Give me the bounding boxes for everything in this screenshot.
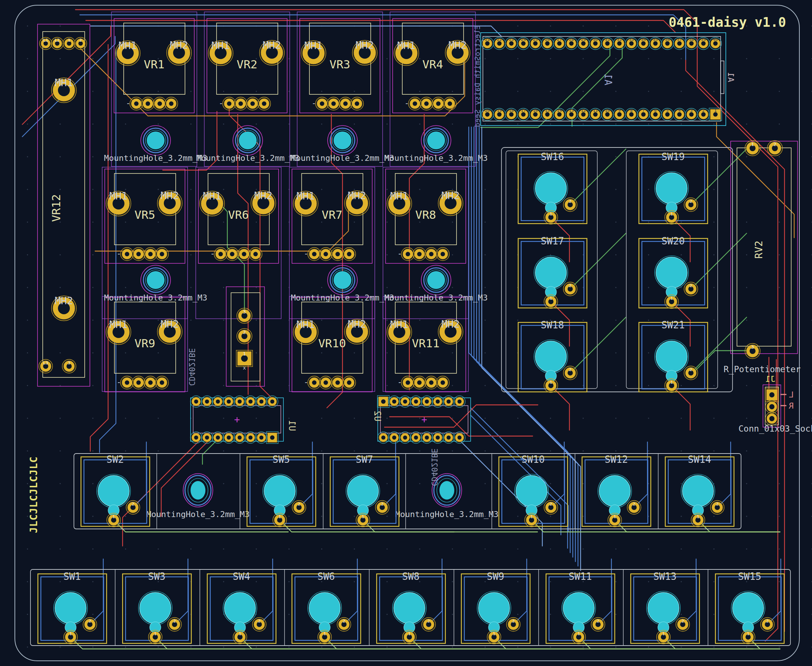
switch-stem-hole[interactable] [563,592,594,624]
pad-number: 14 [557,108,562,113]
mounting-hole[interactable] [427,132,445,149]
pad-hole [227,436,231,440]
pad-hole [227,400,231,404]
switch-stem-hole[interactable] [478,592,510,624]
pad-hole [136,380,141,385]
switch-stem-hole[interactable] [656,173,687,204]
pad-hole [238,436,242,440]
pad-hole [441,252,445,256]
switch-ref-label: SW3 [148,571,166,582]
jlc-order-text: JLCJLCJLCJLC [28,456,40,533]
switch-stem-hole[interactable] [535,341,567,372]
switch-stem-hole[interactable] [516,475,547,507]
pad-number: 2 [79,38,82,43]
mounting-hole[interactable] [334,271,351,289]
switch-ref-label: SW16 [541,151,564,162]
copper-trace [634,442,647,508]
switch-stem-hole[interactable] [733,592,764,624]
pcb-canvas[interactable]: MH1 MH2 VR1 - MH1 MH2 VR2 - MH1 MH2 VR3 … [0,0,812,666]
mh1-label: MH1 [390,319,408,330]
pad-number: 3 [243,309,246,315]
vr-ref-label: VR7 [322,208,343,221]
switch-stem-hole[interactable] [394,592,425,624]
mh2-label: MH2 [441,190,460,201]
pad-hole [320,101,324,106]
mounting-hole[interactable] [147,132,165,149]
pad-number: 13 [569,108,574,113]
pad-number: 2 [766,619,769,624]
mounting-hole-label: MountingHole_3.2mm_M3 [291,153,394,163]
switch-stem-hole[interactable] [656,341,687,372]
mounting-hole[interactable] [239,132,257,149]
pad-hole [160,380,164,385]
pad-number: 1 [662,631,665,636]
switch-stem-hole[interactable] [98,475,129,507]
switch-ref-label: SW18 [541,320,564,331]
pad-hole [158,101,162,106]
pad-hole [262,101,266,106]
vr-ref-label: VR1 [144,58,165,71]
switch-stem-hole[interactable] [140,592,171,624]
minus-mark: - [304,378,308,387]
vr-ref-label: VR2 [237,58,257,71]
switch-ref-label: SW15 [738,571,761,582]
switch-stem-hole[interactable] [309,592,340,624]
vr-ref-label: VR3 [329,58,350,71]
minus-mark: - [117,249,121,258]
pad-hole [446,400,451,404]
pad-hole [335,380,340,385]
switch-stem-hole[interactable] [599,475,630,507]
switch-stem-hole[interactable] [264,475,295,507]
switch-stem-hole[interactable] [648,592,679,624]
mounting-hole[interactable] [427,271,445,289]
rv2-ref-label: RV2 [753,241,764,259]
pad-number: 15 [545,108,550,113]
pad-number: 2 [243,330,246,335]
mh1-label: MH1 [397,40,416,51]
pad-number: 2 [633,502,636,507]
mh2-label: MH2 [356,40,374,51]
switch-ref-label: SW1 [64,571,81,582]
switch-stem-hole[interactable] [656,257,687,288]
pad-number: 2 [258,619,261,624]
switch-stem-hole[interactable] [55,592,86,624]
ic-value-label: CD4021BE [430,448,439,486]
mounting-hole[interactable] [334,132,351,149]
pad-number: 1 [751,142,754,147]
pad-number: 1 [112,514,115,519]
pad-number: 1 [714,108,717,113]
pad-number: 24 [521,37,526,42]
net-label-l: L [789,390,794,399]
switch-ref-label: SW5 [273,454,290,465]
pad-number: 16 [533,108,538,113]
pad-hole [441,380,445,385]
switch-stem-hole[interactable] [347,475,379,507]
pad-hole [160,252,164,256]
switch-stem-hole[interactable] [224,592,255,624]
pad-number: 1 [747,631,749,636]
pad-hole [169,101,173,106]
switch-stem-hole[interactable] [682,475,713,507]
board-title: 0461-daisy v1.0 [669,15,786,30]
pad-hole [249,400,253,404]
pad-number: 1 [550,380,552,385]
pad-hole [392,436,396,440]
pad-hole [343,101,348,106]
pad-hole [230,252,234,256]
pad-number: 1 [324,631,326,636]
pad-number: 12 [581,108,586,113]
pad-number: 2 [132,502,135,507]
mh1-label: MH1 [390,190,408,202]
copper-trace [384,405,538,427]
pad-number: 1 [614,514,616,519]
minus-mark: - [397,249,402,258]
switch-stem-hole[interactable] [535,173,567,204]
pad-hole [382,436,385,440]
pad-number: 1 [362,514,364,519]
switch-stem-hole[interactable] [535,257,567,288]
pad-number: 1 [68,38,71,43]
pad-hole [148,380,153,385]
pad-number: 33 [629,37,634,42]
mounting-hole[interactable] [147,271,165,289]
pad-hole [436,436,440,440]
